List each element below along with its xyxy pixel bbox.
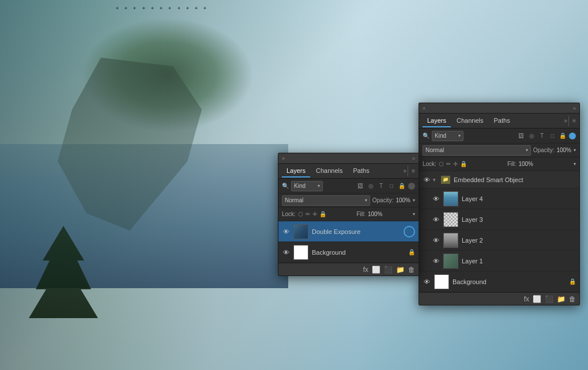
- thumb-layer1: [443, 254, 458, 269]
- blend-dropdown-small[interactable]: Normal ▾: [282, 195, 370, 206]
- background-lock-icon-large: 🔒: [569, 278, 576, 285]
- lock-transparent-icon-large[interactable]: ⬡: [439, 161, 444, 167]
- kind-dropdown-small[interactable]: Kind ▾: [291, 181, 323, 191]
- titlebar-left: ×: [282, 156, 285, 161]
- blend-mode-label-small: Normal: [285, 197, 303, 203]
- filter-icons-large: 🖼 ◎ T □ 🔒: [517, 132, 567, 140]
- lock-position-icon-large[interactable]: ✛: [453, 161, 458, 167]
- tab-more-large[interactable]: »: [564, 118, 568, 124]
- panel-close-icon-large[interactable]: ×: [423, 105, 425, 111]
- blend-dropdown-large[interactable]: Normal ▾: [423, 145, 531, 156]
- layer-list-large: 👁 ▾ 📁 Embedded Smart Object 👁 Layer 4 👁 …: [419, 171, 579, 292]
- group-button-small[interactable]: 📁: [396, 266, 405, 274]
- opacity-value-small[interactable]: 100%: [395, 197, 410, 203]
- tab-paths-large[interactable]: Paths: [489, 115, 515, 127]
- layer-row-3[interactable]: 👁 Layer 3: [419, 209, 579, 230]
- fill-label-small: Fill:: [356, 211, 365, 217]
- visibility-layer4[interactable]: 👁: [432, 195, 440, 203]
- visibility-layer3[interactable]: 👁: [432, 216, 440, 224]
- tab-layers-large[interactable]: Layers: [423, 115, 451, 127]
- opacity-value-large[interactable]: 100%: [556, 147, 571, 153]
- tab-channels-large[interactable]: Channels: [452, 115, 488, 127]
- thumb-layer3: [443, 212, 458, 227]
- mask-button-large[interactable]: ⬜: [533, 295, 541, 303]
- filter-smart-icon-large[interactable]: 🔒: [559, 132, 567, 140]
- layer-name-1: Layer 1: [462, 258, 576, 265]
- thumb-layer4: [443, 191, 458, 206]
- visibility-embedded[interactable]: 👁: [423, 176, 431, 184]
- group-button-large[interactable]: 📁: [557, 295, 566, 303]
- lock-image-icon-large[interactable]: ✏: [446, 161, 451, 167]
- panel-toolbar-small: fx ⬜ ⬛ 📁 🗑: [278, 263, 419, 275]
- panel-tabs-small: Layers Channels Paths » ≡: [278, 164, 419, 179]
- adjustment-button-large[interactable]: ⬛: [545, 295, 553, 303]
- filter-pixel-icon[interactable]: 🖼: [356, 182, 364, 190]
- filter-adjust-icon-large[interactable]: ◎: [527, 132, 536, 140]
- opacity-row-large: Opacity: 100% ▾: [533, 147, 576, 153]
- tab-paths-small[interactable]: Paths: [349, 165, 374, 178]
- filter-smart-icon[interactable]: 🔒: [398, 182, 406, 190]
- filter-adjust-icon[interactable]: ◎: [367, 182, 375, 190]
- tab-separator-small: [408, 166, 408, 176]
- lock-transparent-icon[interactable]: ⬡: [298, 211, 303, 217]
- fill-value-large[interactable]: 100%: [518, 161, 533, 167]
- filter-icons-small: 🖼 ◎ T □ 🔒: [356, 182, 406, 190]
- layer-row-background-small[interactable]: 👁 Background 🔒: [278, 242, 419, 263]
- lock-image-icon[interactable]: ✏: [306, 211, 310, 217]
- filter-type-icon[interactable]: T: [377, 182, 385, 190]
- layer-row-background-large[interactable]: 👁 Background 🔒: [419, 271, 579, 292]
- panel-expand-icon-large[interactable]: »: [573, 105, 576, 111]
- layer-row-1[interactable]: 👁 Layer 1: [419, 251, 579, 271]
- panel-titlebar-small: × »: [278, 153, 419, 164]
- visibility-layer1[interactable]: 👁: [432, 257, 440, 265]
- lock-artboard-icon[interactable]: 🔒: [319, 211, 326, 217]
- layer-name-embedded: Embedded Smart Object: [454, 176, 576, 183]
- mask-button-small[interactable]: ⬜: [372, 266, 380, 274]
- filter-pixel-icon-large[interactable]: 🖼: [517, 132, 525, 140]
- fill-label-large: Fill:: [507, 161, 517, 167]
- layer-row-2[interactable]: 👁 Layer 2: [419, 230, 579, 251]
- fill-value-small[interactable]: 100%: [368, 211, 383, 217]
- panel-close-icon[interactable]: ×: [282, 156, 285, 161]
- lock-label-large: Lock:: [423, 161, 436, 167]
- background-lock-icon-small: 🔒: [408, 249, 415, 255]
- tab-separator-large: [568, 116, 569, 126]
- thumb-background-large: [434, 274, 449, 289]
- tab-more-small[interactable]: »: [404, 168, 407, 174]
- fx-button-large[interactable]: fx: [524, 295, 529, 303]
- filter-search-icon-small: 🔍: [282, 183, 289, 189]
- group-expand-icon[interactable]: ▾: [433, 177, 439, 183]
- lock-icons-small: ⬡ ✏ ✛ 🔒: [298, 211, 326, 217]
- delete-button-large[interactable]: 🗑: [569, 295, 576, 303]
- tab-layers-small[interactable]: Layers: [282, 165, 310, 178]
- layer-row-4[interactable]: 👁 Layer 4: [419, 188, 579, 209]
- filter-toggle-small[interactable]: [408, 183, 415, 190]
- kind-chevron-small: ▾: [318, 183, 320, 188]
- layers-panel-small: × » Layers Channels Paths » ≡ 🔍 Kind ▾ 🖼…: [278, 153, 419, 276]
- tab-menu-large[interactable]: ≡: [572, 118, 576, 124]
- opacity-label-small: Opacity:: [372, 197, 394, 203]
- lock-artboard-icon-large[interactable]: 🔒: [460, 161, 467, 167]
- filter-toggle-large[interactable]: [569, 133, 576, 139]
- layer-list-small: 👁 Double Exposure 👁 Background 🔒: [278, 221, 419, 263]
- visibility-background-large[interactable]: 👁: [423, 278, 431, 286]
- fx-button-small[interactable]: fx: [363, 266, 368, 274]
- tab-menu-small[interactable]: ≡: [412, 168, 415, 174]
- layer-group-embedded[interactable]: 👁 ▾ 📁 Embedded Smart Object: [419, 171, 579, 188]
- thumb-double-exposure: [293, 224, 308, 239]
- kind-label-small: Kind: [294, 183, 306, 189]
- delete-button-small[interactable]: 🗑: [408, 266, 415, 274]
- visibility-double-exposure[interactable]: 👁: [282, 228, 290, 236]
- filter-shape-icon[interactable]: □: [387, 182, 395, 190]
- lock-row-large: Lock: ⬡ ✏ ✛ 🔒 Fill: 100% ▾: [419, 157, 579, 171]
- visibility-background-small[interactable]: 👁: [282, 248, 290, 256]
- visibility-layer2[interactable]: 👁: [432, 236, 440, 244]
- panel-expand-icon[interactable]: »: [412, 156, 415, 161]
- lock-position-icon[interactable]: ✛: [312, 211, 317, 217]
- filter-type-icon-large[interactable]: T: [538, 132, 546, 140]
- layer-row-double-exposure[interactable]: 👁 Double Exposure: [278, 221, 419, 242]
- kind-dropdown-large[interactable]: Kind ▾: [432, 131, 463, 141]
- filter-shape-icon-large[interactable]: □: [548, 132, 556, 140]
- adjustment-button-small[interactable]: ⬛: [384, 266, 393, 274]
- tab-channels-small[interactable]: Channels: [311, 165, 347, 178]
